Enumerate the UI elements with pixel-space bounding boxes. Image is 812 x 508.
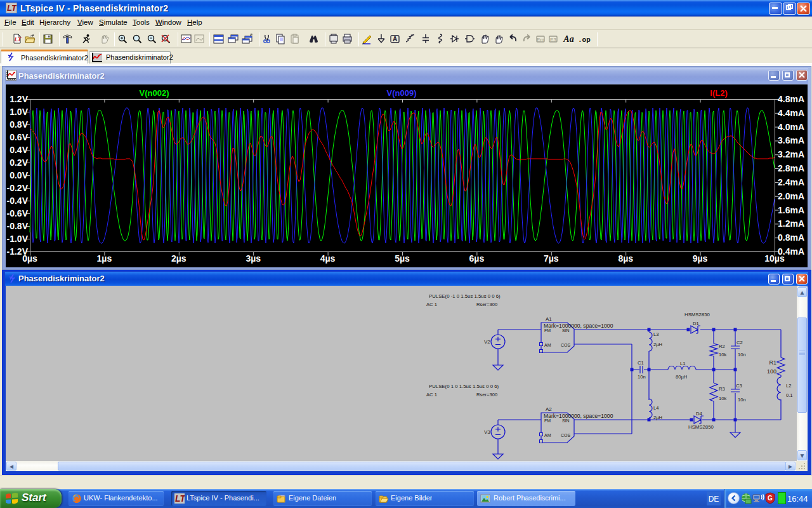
svg-text:V(n009): V(n009) — [387, 88, 417, 98]
svg-text:Rser=300: Rser=300 — [476, 392, 497, 398]
svg-text:3.6mA: 3.6mA — [778, 135, 804, 145]
svg-text:-0.6V: -0.6V — [7, 208, 29, 218]
svg-text:10n: 10n — [738, 352, 746, 358]
svg-text:E3: E3 — [550, 37, 556, 43]
svg-text:5µs: 5µs — [395, 253, 410, 264]
svg-text:1.6mA: 1.6mA — [778, 205, 804, 215]
svg-text:PULSE(0 -1 0 1.5us 1.5us 0 0 6: PULSE(0 -1 0 1.5us 1.5us 0 0 6) — [429, 293, 501, 299]
svg-text:C2: C2 — [737, 340, 743, 345]
svg-text:SIN: SIN — [562, 328, 570, 333]
svg-text:C1: C1 — [638, 360, 644, 366]
svg-text:Rser=300: Rser=300 — [476, 302, 497, 307]
svg-text:2.0mA: 2.0mA — [778, 191, 804, 201]
svg-text:A2: A2 — [546, 406, 552, 412]
svg-text:0.8V: 0.8V — [10, 119, 28, 130]
svg-text:9µs: 9µs — [693, 253, 708, 264]
svg-text:2µH: 2µH — [653, 415, 662, 420]
svg-text:V(n002): V(n002) — [140, 88, 169, 98]
svg-text:PULSE(0 1 0 1.5us 1.5us 0 0 6): PULSE(0 1 0 1.5us 1.5us 0 0 6) — [429, 384, 499, 389]
svg-text:AC 1: AC 1 — [426, 302, 437, 307]
svg-text:4.0mA: 4.0mA — [778, 122, 804, 132]
svg-text:1.2mA: 1.2mA — [778, 218, 804, 229]
svg-text:0.6V: 0.6V — [10, 132, 28, 142]
svg-text:LT: LT — [175, 493, 185, 504]
svg-text:2µs: 2µs — [171, 253, 187, 264]
svg-text:R1: R1 — [769, 359, 776, 366]
svg-text:L2: L2 — [786, 383, 791, 389]
svg-text:COS: COS — [561, 343, 571, 347]
svg-text:10n: 10n — [638, 374, 646, 380]
svg-text:1.0V: 1.0V — [10, 107, 28, 117]
svg-text:A1: A1 — [546, 316, 552, 322]
svg-text:V3: V3 — [484, 429, 490, 435]
svg-text:-1.0V: -1.0V — [7, 234, 29, 244]
svg-text:LT: LT — [15, 36, 22, 43]
svg-text:0.1: 0.1 — [786, 392, 793, 398]
svg-text:Mark=1000000, space=1000: Mark=1000000, space=1000 — [544, 413, 613, 419]
svg-text:LT: LT — [7, 3, 16, 13]
svg-text:10n: 10n — [738, 397, 746, 403]
svg-text:10k: 10k — [719, 396, 726, 401]
svg-text:AM: AM — [544, 343, 551, 347]
svg-text:R3: R3 — [719, 386, 725, 392]
svg-text:HSMS2850: HSMS2850 — [688, 424, 714, 430]
svg-text:8µs: 8µs — [618, 253, 633, 264]
svg-text:0µs: 0µs — [22, 253, 37, 264]
svg-text:1.2V: 1.2V — [10, 94, 28, 104]
svg-text:-0.2V: -0.2V — [7, 183, 29, 193]
svg-text:4µs: 4µs — [320, 253, 336, 264]
svg-text:7µs: 7µs — [544, 253, 559, 264]
svg-text:3µs: 3µs — [246, 253, 261, 264]
svg-text:I(L2): I(L2) — [710, 88, 727, 98]
svg-text:A: A — [393, 36, 397, 43]
svg-text:0.8mA: 0.8mA — [778, 232, 804, 243]
svg-text:FM: FM — [544, 418, 551, 423]
svg-text:6µs: 6µs — [469, 253, 485, 264]
svg-text:4.8mA: 4.8mA — [778, 94, 804, 104]
svg-text:80µH: 80µH — [676, 374, 687, 380]
svg-text:2µH: 2µH — [653, 342, 662, 347]
svg-text:G: G — [768, 495, 773, 502]
svg-text:SIN: SIN — [562, 418, 570, 423]
svg-text:10µs: 10µs — [764, 253, 785, 264]
svg-text:L1: L1 — [680, 361, 685, 366]
svg-text:HSMS2850: HSMS2850 — [684, 312, 710, 318]
svg-text:D4: D4 — [696, 411, 702, 417]
svg-text:Em: Em — [537, 37, 544, 43]
svg-text:2.4mA: 2.4mA — [778, 177, 804, 187]
svg-text:COS: COS — [561, 433, 571, 438]
svg-text:0.2V: 0.2V — [10, 157, 28, 168]
svg-text:4.4mA: 4.4mA — [778, 108, 804, 118]
svg-text:FM: FM — [544, 328, 551, 333]
svg-text:Mark=1000000, space=1000: Mark=1000000, space=1000 — [544, 323, 613, 329]
svg-text:-0.8V: -0.8V — [7, 221, 29, 231]
svg-text:R2: R2 — [719, 344, 725, 349]
svg-text:L3: L3 — [653, 331, 658, 337]
svg-text:1µs: 1µs — [97, 253, 112, 264]
svg-text:-0.4V: -0.4V — [7, 196, 29, 206]
svg-text:10k: 10k — [719, 352, 726, 358]
svg-text:2.8mA: 2.8mA — [778, 163, 804, 173]
svg-text:L4: L4 — [653, 405, 658, 411]
svg-text:AC 1: AC 1 — [426, 392, 437, 398]
svg-text:C3: C3 — [736, 383, 742, 389]
svg-text:0.4V: 0.4V — [10, 145, 28, 155]
svg-text:3.2mA: 3.2mA — [778, 149, 804, 159]
svg-text:0.0V: 0.0V — [10, 170, 28, 180]
svg-text:100: 100 — [767, 368, 776, 375]
svg-text:D1: D1 — [693, 321, 699, 326]
svg-text:V2: V2 — [484, 339, 490, 345]
svg-text:AM: AM — [544, 433, 551, 438]
